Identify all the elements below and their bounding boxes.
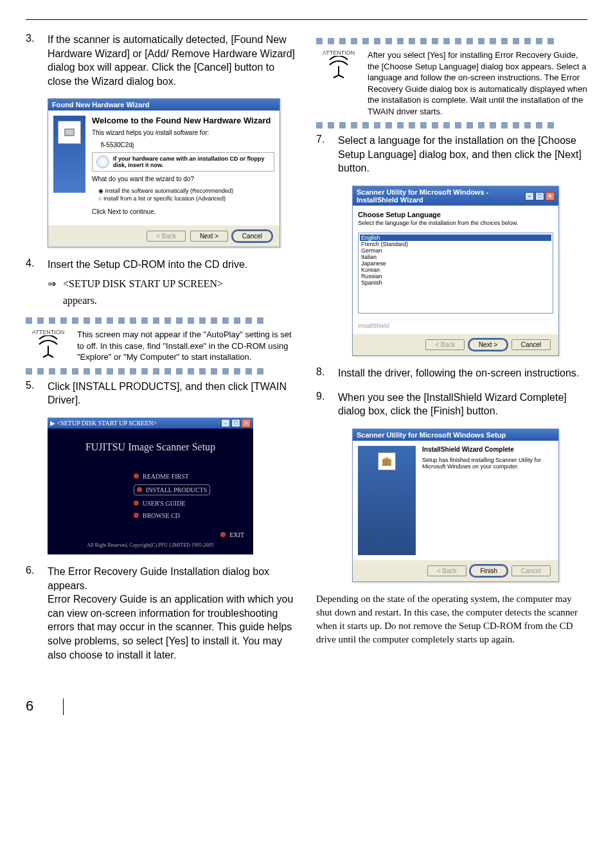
dialog-title-text: Scanner Utility for Microsoft Windows - … <box>357 188 525 204</box>
step-text: If the scanner is automatically detected… <box>48 33 297 88</box>
back-button[interactable]: < Back <box>425 339 465 350</box>
radio-auto[interactable]: Install the software automatically (Reco… <box>98 188 274 194</box>
separator-squares <box>316 122 587 128</box>
wizard-continue: Click Next to continue. <box>92 208 274 215</box>
minimize-icon[interactable]: – <box>525 192 534 200</box>
step-number: 5. <box>26 380 48 407</box>
cd-warning-box: If your hardware came with an installati… <box>92 152 274 172</box>
wizard-side-graphic <box>358 446 416 555</box>
page-number: 6 <box>26 698 587 715</box>
closing-paragraph: Depending on the state of the operating … <box>316 592 587 646</box>
step-5: 5. Click [INSTALL PRODUCTS], and then cl… <box>26 380 297 407</box>
menu-exit[interactable]: EXIT <box>57 531 244 538</box>
step-8: 8. Install the driver, following the on-… <box>316 366 587 380</box>
step-text: Install the driver, following the on-scr… <box>338 366 587 380</box>
wizard-side-graphic <box>53 116 85 193</box>
top-rule <box>26 19 587 20</box>
choose-setup-language-dialog: Scanner Utility for Microsoft Windows - … <box>352 186 559 356</box>
menu-browse-cd[interactable]: BROWSE CD <box>134 511 244 520</box>
lang-option[interactable]: Spanish <box>360 279 551 286</box>
lang-option[interactable]: English <box>360 235 551 241</box>
wizard-question: What do you want the wizard to do? <box>92 175 274 182</box>
lang-option[interactable]: German <box>360 247 551 254</box>
setup-disk-screen: ▶ <SETUP DISK START UP SCREEN> – □ × FUJ… <box>48 418 253 554</box>
svg-rect-2 <box>382 459 391 466</box>
hardware-icon <box>62 125 77 140</box>
cancel-button[interactable]: Cancel <box>511 339 551 350</box>
attention-icon: ATTENTION <box>26 329 71 363</box>
complete-body: Setup has finished installing Scanner Ut… <box>422 457 553 470</box>
attention-label: ATTENTION <box>32 329 64 335</box>
step-number: 7. <box>316 134 338 175</box>
lang-option[interactable]: Korean <box>360 267 551 273</box>
wizard-sub: This wizard helps you install software f… <box>92 129 274 136</box>
next-button[interactable]: Next > <box>190 231 228 242</box>
lang-heading: Choose Setup Language <box>358 211 553 218</box>
back-button[interactable]: < Back <box>147 231 186 242</box>
svg-rect-1 <box>66 130 73 135</box>
close-icon[interactable]: × <box>546 192 555 200</box>
maximize-icon[interactable]: □ <box>231 419 240 427</box>
attention-label: ATTENTION <box>323 49 355 56</box>
dialog-body: Welcome to the Found New Hardware Wizard… <box>48 111 280 226</box>
wizard-heading: Welcome to the Found New Hardware Wizard <box>92 116 274 125</box>
close-icon[interactable]: × <box>242 419 251 427</box>
menu-install-products[interactable]: INSTALL PRODUCTS <box>134 484 210 495</box>
step-7: 7. Select a language for the installatio… <box>316 134 587 175</box>
complete-heading: InstallShield Wizard Complete <box>422 446 553 453</box>
arrow-icon: ⇒ <box>48 277 63 291</box>
page-number-divider <box>63 698 64 715</box>
minimize-icon[interactable]: – <box>221 419 230 427</box>
step-number: 8. <box>316 366 338 380</box>
step-text: The Error Recovery Guide Installation di… <box>48 565 297 662</box>
dialog-footer: < Back Next > Cancel <box>353 334 558 355</box>
radio-advanced[interactable]: Install from a list or specific location… <box>98 195 274 202</box>
dialog-titlebar: Found New Hardware Wizard <box>48 99 280 111</box>
step-text: When you see the [InstallShield Wizard C… <box>338 391 587 418</box>
left-column: 3. If the scanner is automatically detec… <box>26 33 297 672</box>
right-column: ATTENTION After you select [Yes] for ins… <box>316 33 587 672</box>
window-buttons: – □ × <box>525 192 555 200</box>
menu-users-guide[interactable]: USER'S GUIDE <box>134 499 244 508</box>
step-3: 3. If the scanner is automatically detec… <box>26 33 297 88</box>
step4-main: Insert the Setup CD-ROM into the CD driv… <box>48 259 247 270</box>
attention-icon: ATTENTION <box>316 49 361 117</box>
lang-option[interactable]: French (Standard) <box>360 241 551 247</box>
setup-copyright: All Right Reserved, Copyright(C) PFU LIM… <box>57 542 244 548</box>
setup-titlebar: ▶ <SETUP DISK START UP SCREEN> – □ × <box>48 418 253 429</box>
menu-readme[interactable]: README FIRST <box>134 472 244 481</box>
dialog-body: InstallShield Wizard Complete Setup has … <box>353 441 558 560</box>
step-number: 6. <box>26 565 48 662</box>
step4-sub2: appears. <box>63 294 297 308</box>
step-text: Click [INSTALL PRODUCTS], and then click… <box>48 380 297 407</box>
cd-warning-text: If your hardware came with an installati… <box>113 155 270 168</box>
page-number-value: 6 <box>26 698 33 714</box>
lang-option[interactable]: Italian <box>360 254 551 260</box>
two-column-layout: 3. If the scanner is automatically detec… <box>26 33 587 672</box>
cancel-button[interactable]: Cancel <box>511 565 551 576</box>
back-button[interactable]: < Back <box>427 565 466 576</box>
separator-squares <box>316 38 587 44</box>
setup-heading: FUJITSU Image Scanner Setup <box>57 441 244 453</box>
cancel-button[interactable]: Cancel <box>233 231 272 242</box>
step-text: Insert the Setup CD-ROM into the CD driv… <box>48 258 297 307</box>
installshield-label: InstallShield <box>358 323 553 329</box>
step-number: 9. <box>316 391 338 418</box>
found-new-hardware-dialog: Found New Hardware Wizard Welcome to the… <box>48 98 280 247</box>
separator-squares <box>26 317 297 324</box>
wizard-complete-dialog: Scanner Utility for Microsoft Windows Se… <box>352 429 559 582</box>
dialog-footer: < Back Next > Cancel <box>48 226 280 247</box>
page: 3. If the scanner is automatically detec… <box>0 0 613 741</box>
lang-option[interactable]: Japanese <box>360 260 551 267</box>
next-button[interactable]: Next > <box>469 339 507 350</box>
language-listbox[interactable]: English French (Standard) German Italian… <box>358 233 553 314</box>
maximize-icon[interactable]: □ <box>535 192 544 200</box>
dialog-title-text: Scanner Utility for Microsoft Windows Se… <box>357 431 506 439</box>
step-text: Select a language for the installation o… <box>338 134 587 175</box>
step-number: 3. <box>26 33 48 88</box>
device-model: fi-5530C2dj <box>101 141 274 148</box>
step-9: 9. When you see the [InstallShield Wizar… <box>316 391 587 418</box>
dialog-titlebar: Scanner Utility for Microsoft Windows - … <box>353 186 558 206</box>
finish-button[interactable]: Finish <box>470 565 507 576</box>
lang-option[interactable]: Russian <box>360 273 551 279</box>
